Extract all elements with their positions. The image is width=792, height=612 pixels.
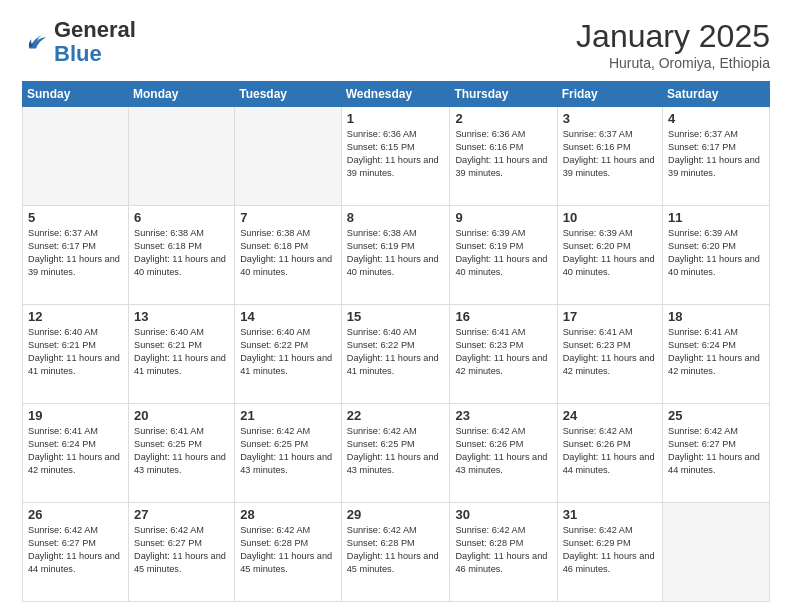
calendar-day-cell: 8Sunrise: 6:38 AM Sunset: 6:19 PM Daylig… [341, 206, 450, 305]
day-info: Sunrise: 6:42 AM Sunset: 6:27 PM Dayligh… [134, 525, 226, 574]
day-info: Sunrise: 6:40 AM Sunset: 6:21 PM Dayligh… [28, 327, 120, 376]
day-number: 20 [134, 408, 229, 423]
day-info: Sunrise: 6:42 AM Sunset: 6:26 PM Dayligh… [563, 426, 655, 475]
calendar-header-sunday: Sunday [23, 82, 129, 107]
calendar-day-cell: 14Sunrise: 6:40 AM Sunset: 6:22 PM Dayli… [235, 305, 342, 404]
day-info: Sunrise: 6:37 AM Sunset: 6:17 PM Dayligh… [668, 129, 760, 178]
calendar-day-cell [663, 503, 770, 602]
title-block: January 2025 Huruta, Oromiya, Ethiopia [576, 18, 770, 71]
calendar-table: SundayMondayTuesdayWednesdayThursdayFrid… [22, 81, 770, 602]
calendar-day-cell: 15Sunrise: 6:40 AM Sunset: 6:22 PM Dayli… [341, 305, 450, 404]
day-info: Sunrise: 6:37 AM Sunset: 6:16 PM Dayligh… [563, 129, 655, 178]
day-number: 26 [28, 507, 123, 522]
day-info: Sunrise: 6:42 AM Sunset: 6:29 PM Dayligh… [563, 525, 655, 574]
calendar-day-cell [23, 107, 129, 206]
day-number: 24 [563, 408, 657, 423]
calendar-day-cell: 9Sunrise: 6:39 AM Sunset: 6:19 PM Daylig… [450, 206, 557, 305]
calendar-header-friday: Friday [557, 82, 662, 107]
day-info: Sunrise: 6:41 AM Sunset: 6:23 PM Dayligh… [563, 327, 655, 376]
calendar-day-cell: 18Sunrise: 6:41 AM Sunset: 6:24 PM Dayli… [663, 305, 770, 404]
day-number: 29 [347, 507, 445, 522]
calendar-day-cell: 11Sunrise: 6:39 AM Sunset: 6:20 PM Dayli… [663, 206, 770, 305]
calendar-day-cell: 28Sunrise: 6:42 AM Sunset: 6:28 PM Dayli… [235, 503, 342, 602]
calendar-day-cell: 3Sunrise: 6:37 AM Sunset: 6:16 PM Daylig… [557, 107, 662, 206]
day-number: 2 [455, 111, 551, 126]
day-number: 30 [455, 507, 551, 522]
day-number: 25 [668, 408, 764, 423]
calendar-day-cell: 1Sunrise: 6:36 AM Sunset: 6:15 PM Daylig… [341, 107, 450, 206]
day-info: Sunrise: 6:36 AM Sunset: 6:15 PM Dayligh… [347, 129, 439, 178]
day-number: 5 [28, 210, 123, 225]
day-number: 9 [455, 210, 551, 225]
day-number: 17 [563, 309, 657, 324]
calendar-week-row: 1Sunrise: 6:36 AM Sunset: 6:15 PM Daylig… [23, 107, 770, 206]
calendar-day-cell: 19Sunrise: 6:41 AM Sunset: 6:24 PM Dayli… [23, 404, 129, 503]
day-number: 10 [563, 210, 657, 225]
logo-blue: Blue [54, 41, 102, 66]
day-number: 3 [563, 111, 657, 126]
day-info: Sunrise: 6:42 AM Sunset: 6:28 PM Dayligh… [455, 525, 547, 574]
day-number: 22 [347, 408, 445, 423]
calendar-header-tuesday: Tuesday [235, 82, 342, 107]
calendar-day-cell: 24Sunrise: 6:42 AM Sunset: 6:26 PM Dayli… [557, 404, 662, 503]
calendar-day-cell: 5Sunrise: 6:37 AM Sunset: 6:17 PM Daylig… [23, 206, 129, 305]
day-number: 14 [240, 309, 336, 324]
calendar-day-cell [129, 107, 235, 206]
day-number: 12 [28, 309, 123, 324]
calendar-week-row: 19Sunrise: 6:41 AM Sunset: 6:24 PM Dayli… [23, 404, 770, 503]
calendar-week-row: 5Sunrise: 6:37 AM Sunset: 6:17 PM Daylig… [23, 206, 770, 305]
day-info: Sunrise: 6:42 AM Sunset: 6:28 PM Dayligh… [347, 525, 439, 574]
day-info: Sunrise: 6:41 AM Sunset: 6:25 PM Dayligh… [134, 426, 226, 475]
day-info: Sunrise: 6:41 AM Sunset: 6:24 PM Dayligh… [668, 327, 760, 376]
calendar-day-cell: 29Sunrise: 6:42 AM Sunset: 6:28 PM Dayli… [341, 503, 450, 602]
day-info: Sunrise: 6:38 AM Sunset: 6:18 PM Dayligh… [240, 228, 332, 277]
day-number: 4 [668, 111, 764, 126]
day-info: Sunrise: 6:40 AM Sunset: 6:21 PM Dayligh… [134, 327, 226, 376]
calendar-day-cell: 21Sunrise: 6:42 AM Sunset: 6:25 PM Dayli… [235, 404, 342, 503]
calendar-header-row: SundayMondayTuesdayWednesdayThursdayFrid… [23, 82, 770, 107]
logo-bird-icon [22, 28, 50, 56]
calendar-header-saturday: Saturday [663, 82, 770, 107]
day-number: 1 [347, 111, 445, 126]
calendar-day-cell [235, 107, 342, 206]
day-number: 21 [240, 408, 336, 423]
calendar-day-cell: 13Sunrise: 6:40 AM Sunset: 6:21 PM Dayli… [129, 305, 235, 404]
day-number: 23 [455, 408, 551, 423]
day-info: Sunrise: 6:41 AM Sunset: 6:24 PM Dayligh… [28, 426, 120, 475]
calendar-day-cell: 10Sunrise: 6:39 AM Sunset: 6:20 PM Dayli… [557, 206, 662, 305]
day-number: 28 [240, 507, 336, 522]
logo-text: General Blue [54, 18, 136, 66]
day-info: Sunrise: 6:42 AM Sunset: 6:25 PM Dayligh… [347, 426, 439, 475]
calendar-day-cell: 27Sunrise: 6:42 AM Sunset: 6:27 PM Dayli… [129, 503, 235, 602]
day-info: Sunrise: 6:42 AM Sunset: 6:27 PM Dayligh… [668, 426, 760, 475]
calendar-day-cell: 30Sunrise: 6:42 AM Sunset: 6:28 PM Dayli… [450, 503, 557, 602]
calendar-day-cell: 4Sunrise: 6:37 AM Sunset: 6:17 PM Daylig… [663, 107, 770, 206]
day-number: 13 [134, 309, 229, 324]
day-number: 27 [134, 507, 229, 522]
calendar-header-thursday: Thursday [450, 82, 557, 107]
calendar-week-row: 12Sunrise: 6:40 AM Sunset: 6:21 PM Dayli… [23, 305, 770, 404]
day-number: 7 [240, 210, 336, 225]
calendar-week-row: 26Sunrise: 6:42 AM Sunset: 6:27 PM Dayli… [23, 503, 770, 602]
calendar-day-cell: 2Sunrise: 6:36 AM Sunset: 6:16 PM Daylig… [450, 107, 557, 206]
day-number: 16 [455, 309, 551, 324]
day-info: Sunrise: 6:39 AM Sunset: 6:19 PM Dayligh… [455, 228, 547, 277]
calendar-day-cell: 25Sunrise: 6:42 AM Sunset: 6:27 PM Dayli… [663, 404, 770, 503]
calendar-day-cell: 22Sunrise: 6:42 AM Sunset: 6:25 PM Dayli… [341, 404, 450, 503]
header: General Blue January 2025 Huruta, Oromiy… [22, 18, 770, 71]
calendar-day-cell: 20Sunrise: 6:41 AM Sunset: 6:25 PM Dayli… [129, 404, 235, 503]
calendar-day-cell: 31Sunrise: 6:42 AM Sunset: 6:29 PM Dayli… [557, 503, 662, 602]
day-number: 19 [28, 408, 123, 423]
calendar-header-monday: Monday [129, 82, 235, 107]
day-number: 8 [347, 210, 445, 225]
day-number: 31 [563, 507, 657, 522]
day-info: Sunrise: 6:36 AM Sunset: 6:16 PM Dayligh… [455, 129, 547, 178]
day-info: Sunrise: 6:41 AM Sunset: 6:23 PM Dayligh… [455, 327, 547, 376]
month-title: January 2025 [576, 18, 770, 55]
calendar-day-cell: 23Sunrise: 6:42 AM Sunset: 6:26 PM Dayli… [450, 404, 557, 503]
calendar-day-cell: 17Sunrise: 6:41 AM Sunset: 6:23 PM Dayli… [557, 305, 662, 404]
calendar-day-cell: 26Sunrise: 6:42 AM Sunset: 6:27 PM Dayli… [23, 503, 129, 602]
day-info: Sunrise: 6:40 AM Sunset: 6:22 PM Dayligh… [347, 327, 439, 376]
day-number: 6 [134, 210, 229, 225]
day-info: Sunrise: 6:42 AM Sunset: 6:27 PM Dayligh… [28, 525, 120, 574]
